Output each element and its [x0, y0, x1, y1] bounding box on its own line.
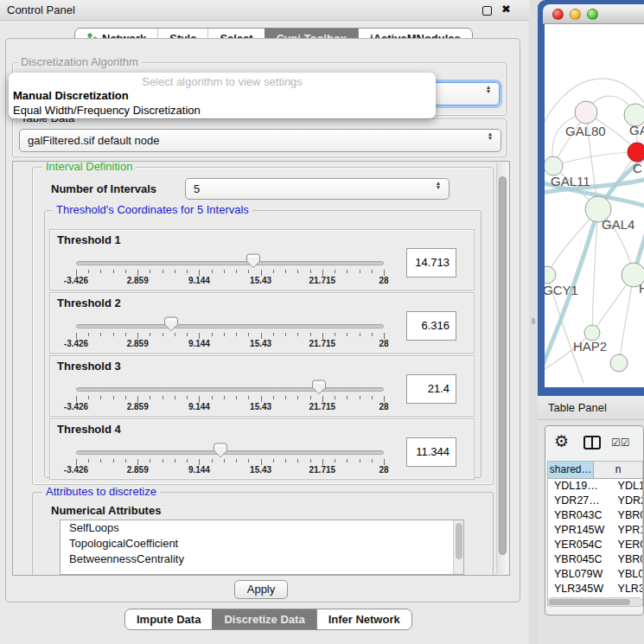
control-panel-titlebar: Control Panel ✖ [0, 0, 529, 21]
table-horizontal-scrollbar[interactable] [547, 597, 643, 607]
node-gcy1[interactable] [545, 266, 556, 284]
attributes-scrollbar[interactable] [453, 520, 463, 574]
slider-tick [100, 459, 101, 462]
panel-divider[interactable] [529, 0, 538, 644]
node-gal80[interactable] [575, 101, 597, 124]
slider-tick [76, 270, 77, 276]
slider-thumb[interactable] [312, 379, 326, 395]
slider-tick-label: 9.144 [188, 402, 210, 411]
gear-icon[interactable]: ⚙ [554, 431, 569, 451]
minimize-traffic-light-icon[interactable] [570, 9, 581, 20]
column-header-name[interactable]: n [594, 462, 642, 478]
apply-button[interactable]: Apply [234, 580, 288, 599]
slider-tick [285, 396, 286, 399]
slider-thumb[interactable] [246, 253, 260, 269]
threshold-value-field[interactable]: 6.316 [406, 311, 456, 341]
slider-tick [163, 333, 163, 336]
bottom-tab-bar: Impute DataDiscretize DataInfer Network [124, 609, 412, 630]
slider-tick-label: 9.144 [188, 276, 210, 285]
slider-tick [199, 270, 200, 276]
slider-tick [297, 459, 298, 462]
numerical-attributes-list[interactable]: SelfLoopsTopologicalCoefficientBetweenne… [60, 520, 464, 575]
slider-track[interactable] [76, 261, 384, 265]
split-columns-icon[interactable] [583, 436, 601, 450]
slider-tick-label: 21.715 [309, 276, 336, 285]
slider-thumb[interactable] [214, 443, 227, 458]
slider-tick [372, 270, 373, 273]
table-row[interactable]: YBL079WYBL0 [548, 567, 642, 582]
close-icon[interactable]: ✖ [501, 3, 511, 16]
slider-tick-label: 15.43 [250, 402, 271, 411]
slider-tick-label: 9.144 [188, 465, 210, 475]
slider-track[interactable] [76, 324, 384, 328]
cell-name: YDL1 [614, 479, 642, 494]
slider-tick [285, 333, 286, 336]
slider-tick [273, 459, 274, 462]
slider-tick [88, 270, 89, 273]
slider-tick [187, 396, 188, 399]
node-gal11[interactable] [545, 156, 563, 175]
slider-tick [150, 270, 150, 273]
slider-tick [175, 396, 175, 399]
slider-tick-label: 2.859 [127, 276, 149, 285]
node-label-gcy1: GCY1 [545, 283, 578, 297]
slider-tick [199, 459, 200, 465]
attribute-item-selfloops[interactable]: SelfLoops [61, 520, 463, 536]
threshold-value-field[interactable]: 11.344 [406, 437, 456, 467]
attribute-item-topologicalcoefficient[interactable]: TopologicalCoefficient [61, 536, 463, 552]
node-bottom[interactable] [610, 354, 628, 372]
float-window-icon[interactable] [482, 6, 492, 16]
threshold-label: Threshold 3 [57, 360, 121, 373]
attribute-item-betweennesscentrality[interactable]: BetweennessCentrality [61, 552, 463, 567]
number-of-intervals-combobox[interactable]: 5 ▲▼ [185, 178, 450, 200]
slider-track[interactable] [76, 450, 384, 455]
slider-tick [360, 270, 360, 273]
dropdown-option-manual-discretization[interactable]: Manual Discretization [13, 89, 129, 102]
slider-tick-label: 2.859 [127, 465, 149, 475]
table-row[interactable]: YBR043CYBR0 [548, 508, 642, 523]
cell-shared-name: YBR045C [548, 552, 614, 567]
slider-tick [212, 333, 213, 336]
threshold-label: Threshold 4 [57, 423, 121, 436]
slider-tick [224, 270, 225, 273]
tab-discretize-data[interactable]: Discretize Data [212, 609, 316, 629]
threshold-value-field[interactable]: 21.4 [406, 374, 456, 404]
slider-tick-label: 15.43 [250, 276, 271, 285]
select-columns-checkboxes-icon[interactable]: ☑☑ [611, 437, 630, 449]
network-canvas[interactable]: GAL80GACGAL11GAL4GCY1HHAP2 [545, 24, 644, 387]
slider-tick [199, 333, 200, 339]
node-red[interactable] [628, 143, 644, 162]
cell-name: YER0 [614, 538, 642, 552]
slider-thumb[interactable] [164, 316, 178, 332]
slider-tick-label: 2.859 [127, 402, 149, 411]
table-row[interactable]: YDR27…YDR2 [548, 494, 642, 508]
dropdown-option-equal-width-frequency-discretization[interactable]: Equal Width/Frequency Discretization [13, 104, 201, 117]
slider-tick [187, 459, 188, 462]
number-of-intervals-label: Number of Intervals [51, 182, 156, 195]
settings-vertical-scrollbar[interactable] [496, 163, 508, 574]
table-row[interactable]: YER054CYER0 [548, 538, 642, 552]
slider-tick [212, 396, 213, 399]
node-table[interactable]: shared… n YDL19…YDL1YDR27…YDR2YBR043CYBR… [547, 461, 643, 606]
slider-tick [100, 270, 101, 273]
table-row[interactable]: YLR345WYLR3 [548, 582, 642, 596]
table-panel: ⚙ ☑☑ shared… n YDL19…YDL1YDR27…YDR2YBR04… [545, 425, 644, 615]
column-header-shared-name[interactable]: shared… [548, 462, 594, 478]
tab-impute-data[interactable]: Impute Data [125, 609, 212, 629]
cell-name: YBL0 [614, 567, 642, 582]
table-row[interactable]: YDL19…YDL1 [548, 479, 642, 494]
slider-tick [76, 396, 77, 402]
slider-track[interactable] [76, 387, 384, 392]
close-traffic-light-icon[interactable] [552, 9, 564, 20]
slider-tick [150, 333, 150, 336]
table-data-combobox[interactable]: galFiltered.sif default node ▲▼ [19, 129, 501, 152]
slider-tick [360, 459, 360, 462]
tab-infer-network[interactable]: Infer Network [316, 609, 411, 629]
network-window-titlebar [543, 4, 644, 24]
table-row[interactable]: YBR045CYBR0 [548, 552, 642, 567]
table-row[interactable]: YPR145WYPR1 [548, 523, 642, 538]
threshold-value-field[interactable]: 14.713 [406, 248, 456, 277]
slider-tick [163, 270, 163, 273]
zoom-traffic-light-icon[interactable] [587, 9, 598, 20]
slider-tick-label: 15.43 [250, 465, 271, 475]
